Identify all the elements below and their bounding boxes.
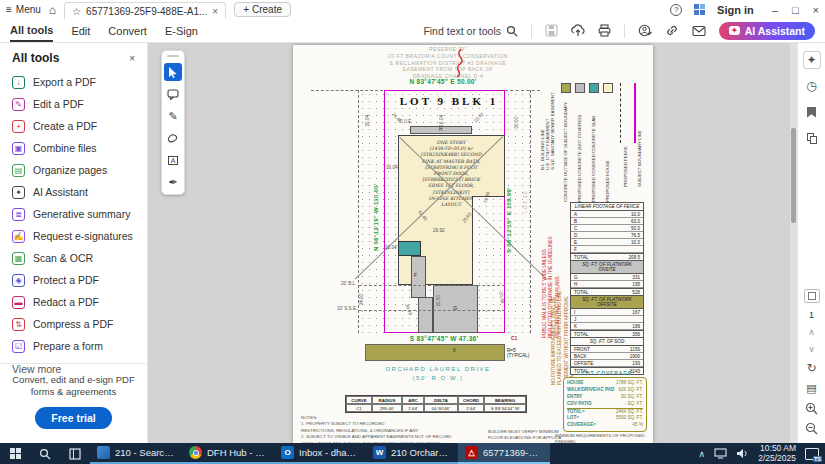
sidebar-item-generative-summary[interactable]: ≣Generative summary xyxy=(0,203,147,225)
request-signature-icon[interactable] xyxy=(638,24,652,37)
task-view-button[interactable] xyxy=(60,443,90,464)
fence-footage-table: LINEAR FOOTAGE OF FENCE A10.0 B63.0 C50.… xyxy=(570,202,644,261)
document-scrollbar[interactable] xyxy=(790,43,797,443)
sidebar-item-protect-pdf[interactable]: ◈Protect a PDF xyxy=(0,269,147,291)
help-icon[interactable]: ? xyxy=(670,4,682,16)
task-view-icon xyxy=(69,448,81,460)
next-page-button[interactable]: ∨ xyxy=(808,344,815,354)
bearing-north: N 83°47'45" E 50.00' xyxy=(378,78,508,85)
zoom-out-icon[interactable] xyxy=(805,422,818,435)
dim-20-50: 20.50 xyxy=(436,295,441,307)
signature-icon: ✒ xyxy=(168,176,177,189)
add-text-tool-button[interactable]: A xyxy=(164,151,182,169)
highlighter-icon xyxy=(167,133,179,144)
network-icon[interactable] xyxy=(714,448,727,459)
maximize-button[interactable]: □ xyxy=(792,4,799,16)
legend-label-house: PROPOSED HOUSE xyxy=(605,97,610,202)
walk-h-label: H xyxy=(439,127,442,132)
sidebar-item-organize-pages[interactable]: ▤Organize pages xyxy=(0,159,147,181)
ai-assistant-tool-icon: ✦ xyxy=(12,186,25,199)
document-tab[interactable]: ☆ 65771369-25F9-488E-A1... × xyxy=(64,2,226,19)
page-thumbnails-icon[interactable] xyxy=(803,129,821,147)
rotate-page-button[interactable]: ↻ xyxy=(806,361,816,375)
taskbar-search-button[interactable] xyxy=(30,443,60,464)
taskbar-window-word[interactable]: W210 Orchard Laurel... xyxy=(366,443,458,464)
tab-esign[interactable]: E-Sign xyxy=(165,19,198,42)
sidebar-item-combine-files[interactable]: ▣Combine files xyxy=(0,137,147,159)
generative-summary-panel-icon[interactable]: ✦ xyxy=(803,51,821,69)
dim-20-04: 20.04 xyxy=(365,115,370,127)
apps-grid-icon[interactable] xyxy=(694,4,705,15)
outlook-icon: O xyxy=(281,446,294,459)
panel-close-icon[interactable]: × xyxy=(129,53,135,64)
sidebar-item-redact-pdf[interactable]: ▬Redact a PDF xyxy=(0,291,147,313)
acrobat-window: ≡ Menu ⌂ ☆ 65771369-25F9-488E-A1... × + … xyxy=(0,0,825,464)
legend-swatch-house xyxy=(603,83,613,93)
lot-10-label: LOT 10 xyxy=(522,173,528,213)
text-box-icon: A xyxy=(168,156,179,165)
tab-close-icon[interactable]: × xyxy=(212,6,218,17)
prepare-form-icon: ☑ xyxy=(12,340,25,353)
firm-note: MINIMUM REQUIREMENTS OF PROPOSED FINISHE… xyxy=(555,433,650,443)
pencil-icon: ✎ xyxy=(168,110,177,123)
zoom-in-icon[interactable] xyxy=(805,402,818,415)
history-icon[interactable]: ◷ xyxy=(803,77,821,95)
taskbar-clock[interactable]: 10:50 AM 2/25/2025 xyxy=(758,444,796,464)
rail-drag-handle[interactable] xyxy=(167,55,179,57)
street-name: ORCHARD LAUREL DRIVE xyxy=(363,366,513,372)
find-text-button[interactable]: Find text or tools xyxy=(423,25,518,37)
sidebar-item-export-pdf[interactable]: ↓Export a PDF xyxy=(0,71,147,93)
sse-label: 10' S.S.E. xyxy=(337,306,357,311)
draw-tool-button[interactable]: ✎ xyxy=(164,107,182,125)
speaker-icon[interactable] xyxy=(736,448,749,459)
home-button[interactable]: ⌂ xyxy=(49,3,56,17)
sidebar-item-compress-pdf[interactable]: ⇅Compress a PDF xyxy=(0,313,147,335)
remote-session-icon[interactable]: TS xyxy=(805,448,819,460)
sidebar-item-prepare-form[interactable]: ☑Prepare a form xyxy=(0,335,147,357)
create-button[interactable]: + Create xyxy=(234,2,291,17)
flatwork-offsite-table: SQ. FT. OF FLATWORK OFFSITE I167 J K189 … xyxy=(570,295,644,338)
plat-page[interactable]: RESERVE "D" 20-FT BRAZORIA COUNTY CONSER… xyxy=(293,45,653,443)
free-trial-button[interactable]: Free trial xyxy=(35,407,111,429)
taskbar-window-chrome[interactable]: DFH Hub - Google ... xyxy=(182,443,274,464)
sidebar-item-ai-assistant[interactable]: ✦AI Assistant xyxy=(0,181,147,203)
taskbar-window-outlook[interactable]: OInbox - dhadley@c... xyxy=(274,443,366,464)
taskbar-window-acrobat[interactable]: △65771369-25F9-488... xyxy=(458,443,550,464)
previous-page-button[interactable]: ∧ xyxy=(808,327,815,337)
close-button[interactable]: × xyxy=(813,4,819,16)
email-icon[interactable] xyxy=(692,25,706,37)
tab-all-tools[interactable]: All tools xyxy=(10,19,53,42)
comment-tool-button[interactable] xyxy=(164,85,182,103)
tab-edit[interactable]: Edit xyxy=(71,19,90,42)
page-options-button[interactable]: ▤ xyxy=(806,382,816,395)
share-upload-icon[interactable] xyxy=(571,24,585,37)
bookmarks-icon[interactable] xyxy=(803,103,821,121)
chrome-icon xyxy=(189,446,202,459)
dim-34-00: 34.00' xyxy=(359,293,364,305)
sidebar-item-edit-pdf[interactable]: ✎Edit a PDF xyxy=(0,93,147,115)
minimize-button[interactable]: – xyxy=(772,4,778,16)
sign-in-button[interactable]: Sign in xyxy=(717,4,754,16)
hamburger-icon: ≡ xyxy=(6,4,12,15)
ai-assistant-button[interactable]: ✦ AI Assistant xyxy=(719,22,815,40)
start-button[interactable] xyxy=(0,443,30,464)
home-icon: ⌂ xyxy=(49,3,56,17)
legend-boundary-line xyxy=(634,83,636,143)
sod-k-label: K xyxy=(453,348,456,353)
sign-tool-button[interactable]: ✒ xyxy=(164,173,182,191)
select-tool-button[interactable] xyxy=(164,63,182,81)
sidebar-item-create-pdf[interactable]: +Create a PDF xyxy=(0,115,147,137)
taskbar-search-icon xyxy=(39,448,51,460)
tab-convert[interactable]: Convert xyxy=(108,19,147,42)
fit-width-control[interactable] xyxy=(804,289,820,303)
tray-expand-icon[interactable]: ∧ xyxy=(699,449,706,459)
print-icon[interactable] xyxy=(598,24,611,37)
link-icon[interactable] xyxy=(665,24,679,37)
sidebar-item-request-esignatures[interactable]: ✍Request e-signatures xyxy=(0,225,147,247)
highlight-tool-button[interactable] xyxy=(164,129,182,147)
sidebar-item-scan-ocr[interactable]: ▦Scan & OCR xyxy=(0,247,147,269)
taskbar-window-search-result[interactable]: 210 - Search Result... xyxy=(90,443,182,464)
menu-button[interactable]: ≡ Menu xyxy=(6,4,41,15)
scrollbar-thumb[interactable] xyxy=(791,128,796,223)
clock-date: 2/25/2025 xyxy=(758,453,796,463)
